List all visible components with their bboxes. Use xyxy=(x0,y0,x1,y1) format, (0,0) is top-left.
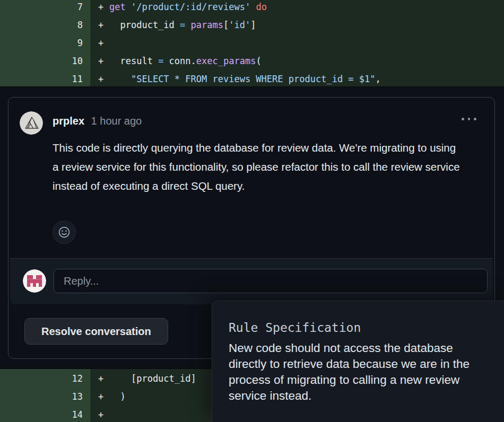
resolve-conversation-button[interactable]: Resolve conversation xyxy=(24,318,168,345)
tooltip-title: Rule Specification xyxy=(229,321,361,335)
diff-add-marker: + xyxy=(83,16,109,34)
author-avatar xyxy=(20,111,43,135)
code-text: product_id = params['id'] xyxy=(109,16,504,34)
diff-line: 10+ result = conn.exec_params( xyxy=(0,52,504,70)
comment-header: prplex 1 hour ago xyxy=(53,115,142,127)
smiley-icon xyxy=(57,225,71,239)
tooltip-body: New code should not access the database … xyxy=(229,340,494,404)
reply-input[interactable] xyxy=(54,269,488,293)
diff-add-marker: + xyxy=(83,0,109,16)
code-text: result = conn.exec_params( xyxy=(109,52,504,70)
reply-bar xyxy=(10,258,493,304)
kebab-icon xyxy=(468,118,471,120)
line-number[interactable]: 12 xyxy=(0,370,83,388)
diff-line: 9+ xyxy=(0,34,504,52)
diff-line: 7+get '/product/:id/reviews' do xyxy=(0,0,504,16)
code-diff-top: 7+get '/product/:id/reviews' do8+ produc… xyxy=(0,0,504,87)
diff-add-marker: + xyxy=(83,52,109,70)
line-number[interactable]: 8 xyxy=(0,16,83,34)
diff-line: 11+ "SELECT * FROM reviews WHERE product… xyxy=(0,70,504,87)
code-text: get '/product/:id/reviews' do xyxy=(109,0,504,16)
diff-add-marker: + xyxy=(83,388,109,406)
rule-specification-tooltip: Rule Specification New code should not a… xyxy=(212,301,504,422)
diff-line: 8+ product_id = params['id'] xyxy=(0,16,504,34)
current-user-avatar xyxy=(23,269,46,293)
kebab-icon xyxy=(462,118,464,120)
pr-review-screen: 7+get '/product/:id/reviews' do8+ produc… xyxy=(0,0,504,422)
line-number[interactable]: 11 xyxy=(0,70,83,87)
comment-timestamp: 1 hour ago xyxy=(91,115,142,127)
comment-menu-button[interactable] xyxy=(458,110,480,127)
line-number[interactable]: 10 xyxy=(0,52,83,70)
line-number[interactable]: 9 xyxy=(0,34,83,52)
add-reaction-button[interactable] xyxy=(53,221,76,244)
diff-add-marker: + xyxy=(83,370,109,388)
line-number[interactable]: 14 xyxy=(0,406,83,422)
diff-add-marker: + xyxy=(83,34,109,52)
code-text xyxy=(109,34,504,52)
diff-add-marker: + xyxy=(83,70,109,87)
line-number[interactable]: 13 xyxy=(0,388,83,406)
comment-body: This code is directly querying the datab… xyxy=(53,138,461,196)
line-number[interactable]: 7 xyxy=(0,0,83,16)
code-text: "SELECT * FROM reviews WHERE product_id … xyxy=(109,70,504,87)
diff-add-marker: + xyxy=(83,406,109,422)
comment-author: prplex xyxy=(53,115,84,127)
kebab-icon xyxy=(474,118,476,120)
